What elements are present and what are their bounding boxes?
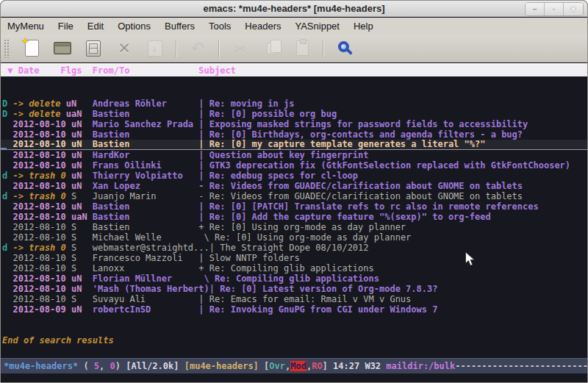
subject-field: Re: Emacs for email: Rmail v VM v Gnus: [209, 294, 412, 304]
mark-field: [2, 201, 12, 212]
flags-field: uN: [60, 99, 92, 109]
message-row[interactable]: 2012-08-09 uN robertcInSD | Re: Invoking…: [2, 304, 587, 315]
echo-area[interactable]: [1, 373, 587, 382]
subject-field: Re: [0] Add the capture feature "%(sexp)…: [209, 212, 491, 222]
thread-prefix: |: [198, 304, 209, 315]
cut-button: ✂: [229, 37, 251, 60]
copy-icon: [267, 43, 276, 54]
mark-field: d: [2, 171, 12, 181]
message-row[interactable]: 2012-08-10 uN Bastien | Re: [0] [PATCH] …: [2, 201, 587, 212]
message-row[interactable]: 2012-08-10 S Bastien + Re: [0] Using org…: [2, 222, 587, 232]
date-field: 2012-08-10: [12, 273, 65, 284]
maximize-button[interactable]: ▫: [545, 3, 564, 15]
message-row[interactable]: d -> trash 0 uN Thierry Volpiatto | Re: …: [2, 171, 587, 181]
flags-field: S: [66, 294, 93, 304]
message-row[interactable]: D -> delete uaN Bastien | Re: [0] possib…: [2, 109, 587, 119]
message-row[interactable]: 2012-08-10 S Michael Welle \ Re: [0] Usi…: [2, 232, 587, 243]
open-file-button[interactable]: [51, 37, 74, 60]
message-row[interactable]: d -> trash 0 S Juanjo Marin - Re: Videos…: [2, 191, 587, 201]
message-row[interactable]: 2012-08-10 uN 'Mash (Thomas Herbert)| Re…: [2, 284, 587, 294]
flags-field: uN: [66, 119, 93, 129]
toolbar: ✕↶✂: [1, 35, 587, 62]
save-as-button: [144, 37, 166, 60]
message-row[interactable]: d -> trash 0 S webmaster@straightd...| T…: [2, 243, 587, 253]
modeline-segment-plain: (: [78, 361, 94, 371]
menu-headers[interactable]: Headers: [245, 21, 281, 32]
thread-prefix: |: [198, 150, 209, 160]
message-row[interactable]: 2012-08-10 S Suvayu Ali | Re: Emacs for …: [2, 294, 587, 304]
menu-buffers[interactable]: Buffers: [165, 21, 195, 32]
mark-field: [2, 119, 12, 129]
message-list: D -> delete uN Andreas Röhler | Re: movi…: [1, 76, 587, 358]
modeline-segment-num: 5: [94, 361, 99, 371]
mark-field: [2, 181, 12, 191]
new-file-button[interactable]: [21, 37, 43, 60]
save-file-button[interactable]: [82, 37, 104, 60]
modeline-segment-bright: [All/2.0k]: [126, 361, 184, 371]
mark-field: [2, 150, 12, 160]
from-field: Bastien: [93, 129, 199, 140]
thread-prefix: |: [198, 99, 209, 109]
from-field: Bastien: [93, 201, 199, 212]
subject-field: Re: edebug specs for cl-loop: [209, 171, 358, 181]
subject-field: Re: [0] Latest version of Org-mode 7.8.3…: [220, 284, 437, 294]
flags-field: uN: [66, 181, 93, 191]
menu-edit[interactable]: Edit: [87, 21, 104, 32]
search-button[interactable]: [334, 37, 356, 60]
mark-field: d: [2, 243, 12, 253]
minimize-button[interactable]: –: [526, 3, 545, 15]
message-row[interactable]: D -> delete uN Andreas Röhler | Re: movi…: [2, 99, 587, 109]
message-row[interactable]: 2012-08-10 uN Mario Sanchez Prada | Expo…: [2, 119, 587, 129]
action-field: -> trash 0: [12, 191, 65, 201]
date-field: 2012-08-10: [12, 232, 65, 243]
mark-field: d: [2, 191, 12, 201]
modeline-segment-bright: 14:27 W32: [333, 361, 386, 371]
subject-field: GTK3 deprecation fix (GtkFontSelection r…: [209, 160, 570, 171]
modeline-segment-ro: RO: [312, 361, 322, 371]
modeline-segment-folder: maildir:/bulk: [386, 361, 455, 371]
from-field: Mario Sanchez Prada: [93, 119, 199, 129]
date-field: 2012-08-10: [12, 284, 65, 294]
message-row[interactable]: 2012-08-10 uaN Bastien | Re: [0] Add the…: [2, 212, 587, 222]
flags-field: S: [66, 243, 93, 253]
subject-field: Question about key fingerprint: [209, 150, 369, 160]
modeline-segment-buffer: *mu4e-headers*: [4, 361, 78, 371]
message-row[interactable]: 2012-08-10 uN Xan Lopez - Re: Videos fro…: [2, 181, 587, 191]
scissors-icon: ✂: [234, 40, 247, 57]
menu-tools[interactable]: Tools: [209, 21, 231, 32]
subject-field: Re: Compiling glib applications: [215, 273, 379, 284]
flags-field: S: [66, 191, 93, 201]
flags-field: uN: [66, 284, 93, 294]
menu-options[interactable]: Options: [118, 21, 151, 32]
close-button[interactable]: ✕: [564, 3, 583, 15]
modeline-segment-plain: ,: [99, 361, 110, 371]
subject-field: Re: Videos from GUADEC/clarification abo…: [209, 191, 523, 201]
mark-field: [2, 273, 12, 284]
titlebar: emacs: *mu4e-headers* [mu4e-headers] –▫✕: [1, 1, 587, 17]
flags-field: uN: [66, 160, 93, 171]
message-row[interactable]: 2012-08-10 uN Frans Oilinki | GTK3 depre…: [2, 160, 587, 171]
from-field: Frans Oilinki: [93, 160, 199, 171]
message-row[interactable]: 2012-08-10 uN Florian Müllner \ Re: Comp…: [2, 273, 587, 284]
thread-prefix: \: [198, 273, 215, 284]
flags-field: uaN: [66, 212, 93, 222]
mark-field: [2, 304, 12, 315]
mark-field: [2, 129, 12, 140]
message-row[interactable]: 2012-08-10 uN Bastien | Re: [0] my captu…: [1, 140, 587, 150]
menu-file[interactable]: File: [58, 21, 74, 32]
menu-mymenu[interactable]: MyMenu: [7, 21, 44, 32]
close-buffer-button[interactable]: ✕: [113, 37, 135, 60]
message-row[interactable]: 2012-08-10 S Francesco Mazzoli | Slow NN…: [2, 253, 587, 263]
message-row[interactable]: 2012-08-10 S Lanoxx + Re: Compiling glib…: [2, 263, 587, 273]
menu-yasnippet[interactable]: YASnippet: [295, 21, 339, 32]
flags-field: S: [66, 253, 93, 263]
message-row[interactable]: 2012-08-10 uN HardKor | Question about k…: [2, 150, 587, 160]
from-field: Bastien: [93, 212, 199, 222]
menu-help[interactable]: Help: [354, 21, 373, 32]
thread-prefix: |: [198, 139, 209, 149]
toolbar-drag-handle[interactable]: [4, 39, 10, 58]
message-row[interactable]: 2012-08-10 uN Bastien | Re: [0] Birthday…: [2, 129, 587, 140]
mark-field: D: [2, 99, 12, 109]
thread-prefix: |: [198, 109, 209, 119]
column-header-line[interactable]: ▼ Date Flgs From/To Subject: [1, 65, 587, 76]
